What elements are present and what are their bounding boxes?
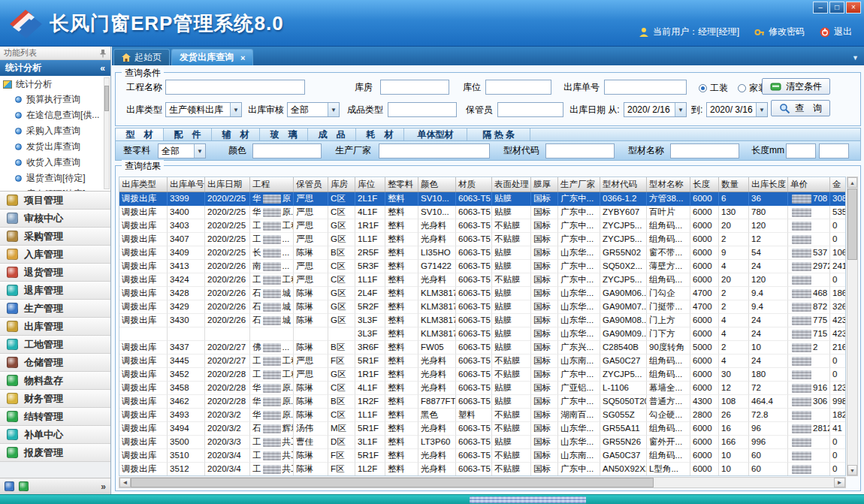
table-row[interactable]: 调拨出库34372020/2/27佛...陈琳B区3R6F整料FW056063-… <box>119 341 845 355</box>
sidebar-item-5[interactable]: 退库管理 <box>0 282 110 300</box>
sidebar-item-10[interactable]: 物料盘存 <box>0 372 110 390</box>
sidebar-item-1[interactable]: 审核中心 <box>0 210 110 228</box>
table-row[interactable]: 调拨出库34032020/2/25工工程严思G区1R1F整料光身料6063-T5… <box>119 219 845 233</box>
column-header-17[interactable]: 出库长度 <box>749 177 788 192</box>
close-button[interactable]: × <box>846 2 861 14</box>
column-header-19[interactable]: 金 <box>830 177 846 192</box>
column-header-11[interactable]: 膜厚 <box>531 177 558 192</box>
material-tab-7[interactable]: 隔 热 条 <box>467 128 530 140</box>
tab-home[interactable]: 起始页 <box>113 49 170 65</box>
material-tab-2[interactable]: 辅 材 <box>212 128 260 140</box>
table-row[interactable]: 调拨出库34072020/2/25工...严思G区1L1F整料光身料6063-T… <box>119 233 845 246</box>
whole-part-select[interactable]: 全部▼ <box>158 143 206 158</box>
sidebar-item-8[interactable]: 工地管理 <box>0 336 110 354</box>
table-row[interactable]: 调拨出库34242020/2/26工工程严思C区1L1F整料光身料6063-T5… <box>119 273 845 287</box>
table-row[interactable]: 调拨出库34002020/2/25华原...严思C区4L1F整料SV10...6… <box>119 206 845 219</box>
pin-icon[interactable] <box>99 49 107 58</box>
table-row[interactable]: 调拨出库33992020/2/25华原严思C区2L1F整料SV10...6063… <box>119 192 845 206</box>
column-header-16[interactable]: 数量 <box>719 177 749 192</box>
product-type-input[interactable] <box>388 102 457 117</box>
sidebar-item-4[interactable]: 退货管理 <box>0 264 110 282</box>
maximize-button[interactable]: □ <box>829 2 844 14</box>
tree-item-5[interactable]: 退货查询[待定] <box>2 171 103 186</box>
column-header-5[interactable]: 库房 <box>328 177 355 192</box>
tree-item-2[interactable]: 采购入库查询 <box>2 123 103 139</box>
column-header-7[interactable]: 整零料 <box>385 177 418 192</box>
table-row[interactable]: 调拨出库34292020/2/26石城陈琳G区5R2F整料KLM38176063… <box>119 300 845 314</box>
sidebar-item-9[interactable]: 仓储管理 <box>0 354 110 372</box>
horizontal-scrollbar[interactable]: ◄ ► <box>119 477 846 488</box>
material-tab-6[interactable]: 单体型材 <box>404 128 467 140</box>
location-input[interactable] <box>485 80 551 95</box>
table-row[interactable]: 调拨出库34092020/2/25长...陈琳B区2R5F整料LI35HO606… <box>119 246 845 260</box>
sidebar-item-13[interactable]: 补单中心 <box>0 426 110 444</box>
column-header-9[interactable]: 材质 <box>456 177 492 192</box>
tab-shipment-query[interactable]: 发货出库查询 × <box>171 49 253 65</box>
logout-button[interactable]: 退出 <box>820 26 852 38</box>
tab-close-icon[interactable]: × <box>240 53 245 62</box>
column-header-18[interactable]: 单价 <box>788 177 830 192</box>
tree-scrollbar-thumb[interactable] <box>104 86 109 111</box>
tree-item-6[interactable]: 库存管理[待定] <box>2 186 103 192</box>
date-from-picker[interactable]: 2020/ 2/16▼ <box>624 102 687 117</box>
tab-dropdown-icon[interactable]: ▼ <box>852 54 859 62</box>
column-header-15[interactable]: 长度 <box>690 177 719 192</box>
column-header-4[interactable]: 保管员 <box>294 177 328 192</box>
material-tab-0[interactable]: 型 材 <box>116 128 164 140</box>
sidebar-item-6[interactable]: 生产管理 <box>0 300 110 318</box>
table-row[interactable]: 调拨出库34282020/2/26石城陈琳G区2L4F整料KLM38176063… <box>119 287 845 300</box>
sidebar-item-11[interactable]: 财务管理 <box>0 390 110 408</box>
sidebar-item-7[interactable]: 出库管理 <box>0 318 110 336</box>
audit-select[interactable]: 全部▼ <box>287 102 340 117</box>
keeper-input[interactable] <box>497 102 563 117</box>
sidebar-item-12[interactable]: 结转管理 <box>0 408 110 426</box>
column-header-2[interactable]: 出库日期 <box>205 177 250 192</box>
column-header-14[interactable]: 型材名称 <box>647 177 690 192</box>
column-header-0[interactable]: 出库类型 <box>119 177 168 192</box>
table-row[interactable]: 3L3F整料KLM38176063-T5贴膜国标山东华...GA90M09...… <box>119 327 845 341</box>
project-name-input[interactable] <box>165 80 305 95</box>
profile-name-input[interactable] <box>670 143 739 158</box>
table-row[interactable]: 调拨出库35002020/3/3工共工程曹佳D区3L1F整料LT3P606063… <box>119 436 845 449</box>
vertical-scrollbar[interactable]: ▲ ▼ <box>847 177 858 476</box>
tree-root[interactable]: 统计分析 <box>2 77 103 92</box>
sidebar-item-2[interactable]: 采购管理 <box>0 228 110 246</box>
tree-item-4[interactable]: 收货入库查询 <box>2 155 103 171</box>
radio-gongzhuang[interactable]: 工装 <box>699 82 728 95</box>
color-input[interactable] <box>252 143 322 158</box>
scroll-down-icon[interactable]: ▼ <box>847 465 857 475</box>
table-row[interactable]: 调拨出库34622020/2/28华原...陈琳B区1R2F整料F8877FT6… <box>119 395 845 409</box>
sidebar-section-header[interactable]: 统计分析 « <box>0 60 110 76</box>
column-header-12[interactable]: 生产厂家 <box>558 177 600 192</box>
sidebar-item-3[interactable]: 入库管理 <box>0 246 110 264</box>
profile-code-input[interactable] <box>545 143 615 158</box>
tree-item-0[interactable]: 预算执行查询 <box>2 92 103 107</box>
expand-icon[interactable]: » <box>101 481 106 492</box>
scroll-left-icon[interactable]: ◄ <box>119 478 131 487</box>
search-button[interactable]: 查 询 <box>771 100 830 116</box>
warehouse-input[interactable] <box>380 80 449 95</box>
table-row[interactable]: 调拨出库34942020/3/2石辉城汤伟M区5R1F整料光身料6063-T5不… <box>119 422 845 436</box>
length-max-input[interactable] <box>819 143 849 158</box>
column-header-3[interactable]: 工程 <box>250 177 294 192</box>
table-row[interactable]: 调拨出库34132020/2/26南...严思C区5R3F整料G71422606… <box>119 260 845 273</box>
table-row[interactable]: 调拨出库35122020/3/4工共工程陈琳F区1L2F整料光身料6063-T5… <box>119 463 845 476</box>
material-tab-3[interactable]: 玻 璃 <box>260 128 308 140</box>
table-row[interactable]: 调拨出库34932020/3/2华原...陈琳C区1L1F整料黑色塑料不贴膜国标… <box>119 409 845 422</box>
material-tab-4[interactable]: 成 品 <box>308 128 356 140</box>
length-min-input[interactable] <box>786 143 816 158</box>
material-tab-5[interactable]: 耗 材 <box>356 128 404 140</box>
tree-item-3[interactable]: 发货出库查询 <box>2 139 103 155</box>
computer-icon[interactable] <box>5 481 14 491</box>
order-no-input[interactable] <box>604 80 687 95</box>
horizontal-scrollbar-thumb[interactable] <box>131 478 654 487</box>
table-row[interactable]: 调拨出库35102020/3/4工共工程陈琳F区5R1F整料光身料6063-T5… <box>119 449 845 463</box>
table-row[interactable]: 调拨出库34522020/2/28工工程严思G区1R1F整料光身料6063-T5… <box>119 368 845 382</box>
column-header-1[interactable]: 出库单号 <box>168 177 205 192</box>
column-header-10[interactable]: 表面处理 <box>492 177 531 192</box>
column-header-13[interactable]: 型材代码 <box>600 177 647 192</box>
sidebar-item-0[interactable]: 项目管理 <box>0 192 110 210</box>
manufacturer-input[interactable] <box>379 143 490 158</box>
out-type-select[interactable]: 生产领料出库▼ <box>165 102 242 117</box>
tree-scrollbar[interactable] <box>104 77 110 189</box>
